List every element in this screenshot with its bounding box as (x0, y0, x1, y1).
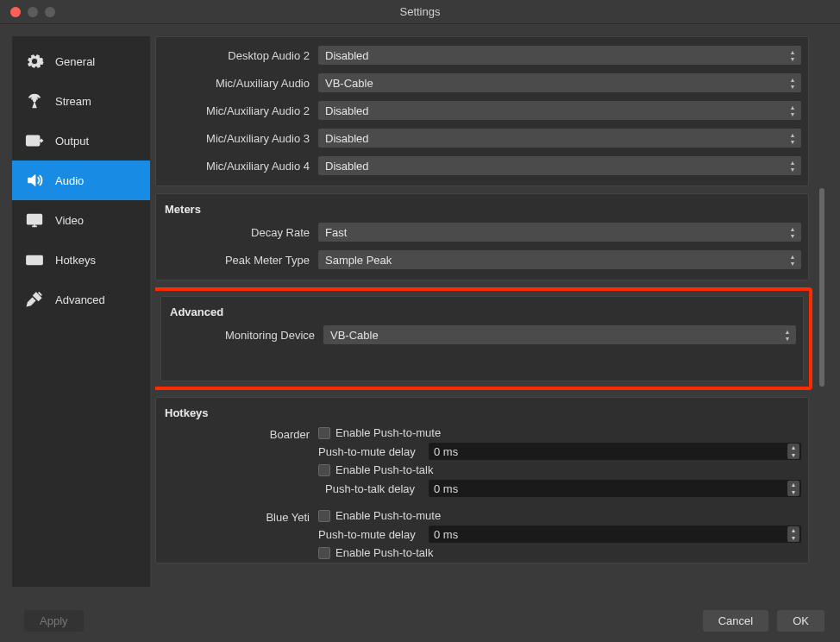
form-label: Monitoring Device (168, 329, 323, 342)
updown-icon: ▲▼ (787, 158, 799, 173)
form-label: Mic/Auxiliary Audio 3 (163, 132, 318, 145)
desktop-audio-2-row: Desktop Audio 2 Disabled ▲▼ (163, 46, 801, 65)
apply-button[interactable]: Apply (24, 610, 84, 632)
form-label: Decay Rate (163, 226, 318, 239)
scrollbar-thumb[interactable] (819, 188, 824, 387)
speaker-icon (22, 171, 47, 190)
section-header: Advanced (168, 302, 796, 325)
delay-label: Push-to-mute delay (318, 445, 429, 458)
svg-rect-1 (27, 136, 40, 146)
footer: Apply Cancel OK (0, 599, 840, 642)
combo-value: Disabled (325, 49, 369, 62)
monitoring-device-row: Monitoring Device VB-Cable ▲▼ (168, 325, 796, 344)
push-to-mute-delay-input[interactable]: 0 ms ▴▾ (429, 443, 801, 460)
sidebar-item-stream[interactable]: Stream (12, 81, 150, 121)
hotkey-group-blue-yeti: Blue Yeti Enable Push-to-mute Push-to-mu… (163, 509, 801, 559)
tools-icon (22, 290, 47, 309)
decay-rate-combo[interactable]: Fast ▲▼ (318, 223, 801, 242)
sidebar-item-label: Hotkeys (55, 254, 96, 267)
advanced-section: Advanced Monitoring Device VB-Cable ▲▼ (160, 296, 804, 381)
enable-push-to-talk-checkbox[interactable] (318, 464, 330, 476)
ok-button[interactable]: OK (777, 610, 824, 632)
sidebar-item-label: General (55, 55, 95, 68)
combo-value: Fast (325, 226, 347, 239)
main-area: General Stream Output Audio Video (0, 24, 840, 599)
form-label: Mic/Auxiliary Audio 4 (163, 160, 318, 173)
titlebar: Settings (0, 0, 840, 24)
sidebar-item-label: Video (55, 214, 84, 227)
combo-value: VB-Cable (325, 77, 373, 90)
updown-icon: ▲▼ (787, 75, 799, 91)
stepper-icon[interactable]: ▴▾ (787, 481, 799, 496)
sidebar-item-label: Audio (55, 174, 84, 187)
combo-value: Disabled (325, 160, 369, 173)
zoom-window-button[interactable] (45, 7, 55, 17)
updown-icon: ▲▼ (787, 252, 799, 268)
sidebar-item-audio[interactable]: Audio (12, 160, 150, 200)
delay-value: 0 ms (434, 482, 458, 495)
delay-value: 0 ms (434, 445, 458, 458)
window-title: Settings (0, 5, 840, 18)
sidebar-item-video[interactable]: Video (12, 200, 150, 240)
enable-push-to-mute-checkbox[interactable] (318, 510, 330, 522)
checkbox-label: Enable Push-to-talk (335, 463, 433, 476)
section-header: Meters (163, 199, 801, 223)
combo-value: Disabled (325, 132, 369, 145)
peak-meter-type-combo[interactable]: Sample Peak ▲▼ (318, 250, 801, 269)
delay-label: Push-to-talk delay (318, 482, 429, 495)
form-label: Mic/Auxiliary Audio 2 (163, 104, 318, 117)
cancel-button[interactable]: Cancel (703, 610, 768, 632)
checkbox-label: Enable Push-to-mute (335, 509, 441, 522)
minimize-window-button[interactable] (28, 7, 38, 17)
antenna-icon (22, 91, 47, 110)
form-label: Mic/Auxiliary Audio (163, 77, 318, 90)
highlight-annotation: Advanced Monitoring Device VB-Cable ▲▼ (155, 287, 812, 390)
devices-section: Desktop Audio 2 Disabled ▲▼ Mic/Auxiliar… (155, 36, 809, 186)
sidebar-item-hotkeys[interactable]: Hotkeys (12, 240, 150, 280)
push-to-mute-delay-input[interactable]: 0 ms ▴▾ (429, 526, 801, 543)
checkbox-label: Enable Push-to-mute (335, 426, 441, 439)
stepper-icon[interactable]: ▴▾ (787, 444, 799, 459)
delay-value: 0 ms (434, 528, 458, 541)
mic-aux-audio-2-combo[interactable]: Disabled ▲▼ (318, 101, 801, 120)
sidebar-item-label: Output (55, 135, 89, 148)
mic-aux-audio-row: Mic/Auxiliary Audio VB-Cable ▲▼ (163, 73, 801, 92)
hotkey-group-label: Blue Yeti (163, 509, 318, 524)
mic-aux-audio-3-combo[interactable]: Disabled ▲▼ (318, 129, 801, 148)
mic-aux-audio-4-combo[interactable]: Disabled ▲▼ (318, 156, 801, 175)
mic-aux-audio-3-row: Mic/Auxiliary Audio 3 Disabled ▲▼ (163, 129, 801, 148)
sidebar-item-label: Stream (55, 95, 91, 108)
svg-rect-2 (28, 215, 42, 224)
decay-rate-row: Decay Rate Fast ▲▼ (163, 223, 801, 242)
output-icon (22, 131, 47, 150)
meters-section: Meters Decay Rate Fast ▲▼ Peak Meter Typ… (155, 193, 809, 280)
delay-label: Push-to-mute delay (318, 528, 429, 541)
updown-icon: ▲▼ (781, 327, 793, 343)
enable-push-to-talk-checkbox[interactable] (318, 547, 330, 559)
updown-icon: ▲▼ (787, 103, 799, 118)
mic-aux-audio-4-row: Mic/Auxiliary Audio 4 Disabled ▲▼ (163, 156, 801, 175)
monitoring-device-combo[interactable]: VB-Cable ▲▼ (323, 325, 796, 344)
scrollbar[interactable] (819, 67, 824, 575)
sidebar: General Stream Output Audio Video (12, 36, 150, 587)
sidebar-item-advanced[interactable]: Advanced (12, 280, 150, 319)
desktop-audio-2-combo[interactable]: Disabled ▲▼ (318, 46, 801, 65)
enable-push-to-mute-checkbox[interactable] (318, 427, 330, 439)
sidebar-item-output[interactable]: Output (12, 121, 150, 160)
monitor-icon (22, 211, 47, 230)
combo-value: Sample Peak (325, 254, 392, 267)
updown-icon: ▲▼ (787, 224, 799, 240)
stepper-icon[interactable]: ▴▾ (787, 526, 799, 542)
hotkeys-section: Hotkeys Boarder Enable Push-to-mute Push… (155, 397, 809, 563)
peak-meter-type-row: Peak Meter Type Sample Peak ▲▼ (163, 250, 801, 269)
gear-icon (22, 52, 47, 71)
push-to-talk-delay-input[interactable]: 0 ms ▴▾ (429, 480, 801, 497)
mic-aux-audio-2-row: Mic/Auxiliary Audio 2 Disabled ▲▼ (163, 101, 801, 120)
traffic-lights (0, 7, 55, 17)
keyboard-icon (22, 250, 47, 269)
hotkey-group-label: Boarder (163, 426, 318, 441)
sidebar-item-general[interactable]: General (12, 41, 150, 81)
mic-aux-audio-combo[interactable]: VB-Cable ▲▼ (318, 73, 801, 92)
checkbox-label: Enable Push-to-talk (335, 546, 433, 559)
close-window-button[interactable] (10, 7, 21, 17)
